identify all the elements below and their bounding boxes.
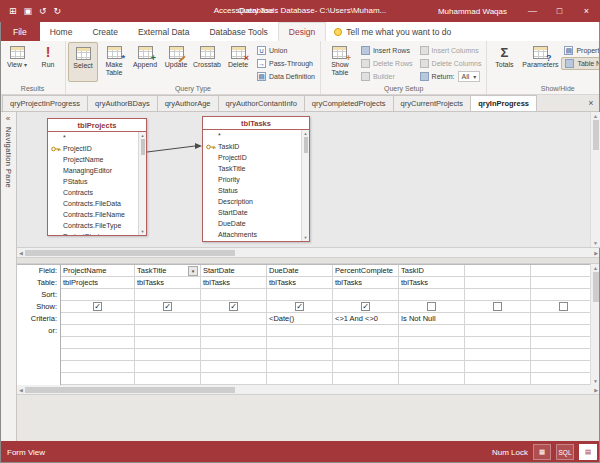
field-item[interactable]: ManagingEditor [48, 165, 138, 176]
insert-rows-button[interactable]: Insert Rows [358, 44, 416, 57]
builder-button[interactable]: Builder [358, 70, 416, 83]
empty-cell[interactable] [531, 337, 590, 349]
empty-cell[interactable] [135, 349, 201, 361]
empty-cell[interactable] [465, 337, 531, 349]
table-cell[interactable]: tblProjects [61, 277, 135, 289]
navigation-pane-collapsed[interactable]: « Navigation Pane [0, 112, 17, 441]
empty-cell[interactable] [61, 337, 135, 349]
close-tab-icon[interactable]: × [582, 98, 600, 108]
tab-create[interactable]: Create [82, 22, 128, 41]
sort-cell[interactable] [399, 289, 465, 301]
scroll-up-icon[interactable]: ▲ [593, 265, 598, 271]
empty-cell[interactable] [135, 373, 201, 385]
show-checkbox[interactable] [559, 302, 568, 311]
empty-cell[interactable] [333, 337, 399, 349]
scroll-down-icon[interactable]: ▼ [304, 235, 308, 240]
update-button[interactable]: Update [161, 42, 191, 82]
field-cell[interactable]: TaskID [399, 265, 465, 277]
empty-cell[interactable] [531, 361, 590, 373]
field-dropdown-icon[interactable]: ▾ [188, 266, 198, 276]
return-control[interactable]: Return: All▾ [417, 70, 485, 83]
empty-cell[interactable] [531, 349, 590, 361]
empty-cell[interactable] [399, 361, 465, 373]
view-button[interactable]: View ▾ [2, 42, 32, 82]
empty-cell[interactable] [333, 373, 399, 385]
empty-cell[interactable] [333, 361, 399, 373]
scroll-up-icon[interactable]: ▲ [593, 113, 598, 119]
criteria-cell[interactable] [531, 313, 590, 325]
or-cell[interactable] [135, 325, 201, 337]
empty-cell[interactable] [267, 337, 333, 349]
redo-icon[interactable]: ↻ [54, 0, 62, 22]
table-cell[interactable]: tblTasks [399, 277, 465, 289]
sort-cell[interactable] [333, 289, 399, 301]
query-tab-active[interactable]: qryInProgress [470, 95, 537, 111]
field-item[interactable]: Status [203, 185, 301, 196]
empty-cell[interactable] [267, 373, 333, 385]
join-line[interactable] [146, 140, 206, 156]
query-tab[interactable]: qryCompletedProjects [304, 95, 394, 111]
query-tab[interactable]: qryCurrentProjects [393, 95, 472, 111]
table-cell[interactable]: tblTasks [201, 277, 267, 289]
field-cell[interactable]: DueDate [267, 265, 333, 277]
empty-cell[interactable] [61, 361, 135, 373]
empty-cell[interactable] [61, 373, 135, 385]
empty-cell[interactable] [399, 337, 465, 349]
table-names-button[interactable]: Table Names [561, 57, 600, 70]
scroll-left-icon[interactable]: ◀ [19, 387, 23, 393]
insert-columns-button[interactable]: Insert Columns [417, 44, 485, 57]
scroll-up-icon[interactable]: ▲ [304, 131, 308, 136]
field-item[interactable]: PStatus [48, 176, 138, 187]
sort-cell[interactable] [61, 289, 135, 301]
show-checkbox[interactable] [493, 302, 502, 311]
field-cell[interactable]: PercentComplete [333, 265, 399, 277]
sort-cell[interactable] [531, 289, 590, 301]
delete-rows-button[interactable]: Delete Rows [358, 57, 416, 70]
field-item[interactable]: Contracts [48, 187, 138, 198]
field-item[interactable]: Contracts.FileType [48, 220, 138, 231]
empty-cell[interactable] [201, 337, 267, 349]
sort-cell[interactable] [267, 289, 333, 301]
empty-cell[interactable] [531, 373, 590, 385]
empty-cell[interactable] [399, 373, 465, 385]
query-design-canvas[interactable]: tblProjects * ProjectID ProjectName Mana… [17, 112, 600, 248]
criteria-cell[interactable]: <Date() [267, 313, 333, 325]
criteria-cell[interactable] [61, 313, 135, 325]
field-item[interactable]: Contracts.FileData [48, 198, 138, 209]
field-item[interactable]: TaskTitle [203, 163, 301, 174]
table-cell[interactable] [531, 277, 590, 289]
field-item[interactable]: Description [203, 196, 301, 207]
empty-cell[interactable] [201, 373, 267, 385]
criteria-cell[interactable]: Is Not Null [399, 313, 465, 325]
scroll-thumb[interactable] [25, 387, 235, 393]
scroll-down-icon[interactable]: ▼ [141, 229, 145, 234]
field-item[interactable]: ProjectStart [48, 231, 138, 235]
field-item[interactable]: * [48, 132, 138, 143]
make-table-button[interactable]: * Make Table [99, 42, 129, 82]
field-cell[interactable] [531, 265, 590, 277]
field-item[interactable]: * [203, 130, 301, 141]
show-checkbox[interactable]: ✓ [93, 302, 102, 311]
scroll-right-icon[interactable]: ▶ [594, 250, 598, 256]
show-checkbox[interactable]: ✓ [163, 302, 172, 311]
delete-columns-button[interactable]: Delete Columns [417, 57, 485, 70]
sort-cell[interactable] [201, 289, 267, 301]
show-checkbox[interactable]: ✓ [361, 302, 370, 311]
tab-database-tools[interactable]: Database Tools [199, 22, 277, 41]
delete-query-button[interactable]: × Delete [223, 42, 253, 82]
scroll-right-icon[interactable]: ▶ [594, 387, 598, 393]
show-table-button[interactable]: + Show Table [323, 42, 357, 82]
property-sheet-button[interactable]: ▤Property Sheet [561, 44, 600, 57]
field-item[interactable]: DueDate [203, 218, 301, 229]
design-view-icon[interactable]: ▤ [579, 444, 597, 460]
field-item[interactable]: Attachments [203, 229, 301, 240]
or-cell[interactable] [531, 325, 590, 337]
sort-cell[interactable] [465, 289, 531, 301]
criteria-cell[interactable] [465, 313, 531, 325]
query-tab[interactable]: qryAuthorContantInfo [218, 95, 305, 111]
query-tab[interactable]: qryAuthorBDays [87, 95, 158, 111]
empty-cell[interactable] [399, 349, 465, 361]
append-button[interactable]: + Append [130, 42, 160, 82]
scroll-down-icon[interactable]: ▼ [593, 240, 598, 246]
grid-vertical-scrollbar[interactable]: ▲ ▼ [590, 264, 600, 385]
